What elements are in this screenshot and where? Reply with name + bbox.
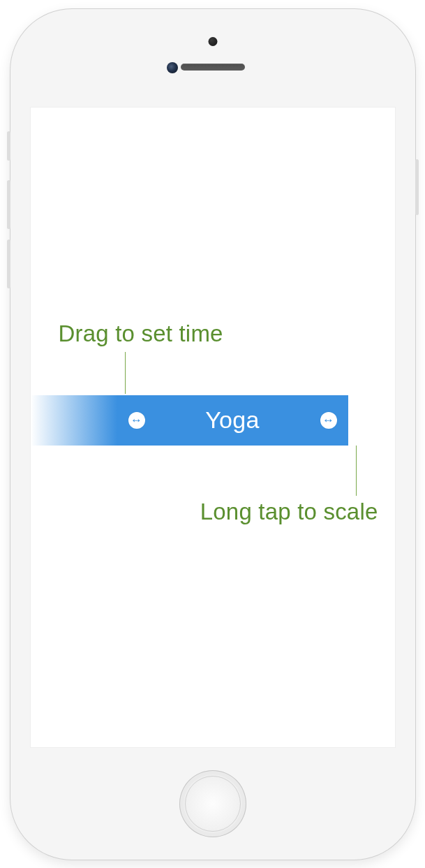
event-bar-body[interactable]: ↔ Yoga ↔ bbox=[117, 395, 348, 446]
resize-arrows-icon: ↔ bbox=[131, 414, 142, 426]
volume-up-button bbox=[7, 180, 10, 229]
volume-down-button bbox=[7, 240, 10, 288]
connector-bottom-icon bbox=[356, 446, 357, 496]
mute-switch bbox=[7, 131, 10, 161]
hint-scale-label: Long tap to scale bbox=[200, 499, 378, 525]
event-title: Yoga bbox=[145, 406, 320, 434]
home-button[interactable] bbox=[179, 770, 246, 837]
front-camera-icon bbox=[167, 62, 178, 73]
power-button bbox=[415, 159, 419, 215]
left-resize-handle[interactable]: ↔ bbox=[128, 412, 145, 429]
resize-arrows-icon: ↔ bbox=[322, 414, 334, 426]
top-sensor-icon bbox=[208, 37, 217, 46]
screen: Drag to set time ↔ Yoga ↔ Long tap to sc… bbox=[30, 107, 396, 748]
earpiece-speaker-icon bbox=[181, 64, 245, 71]
right-resize-handle[interactable]: ↔ bbox=[320, 412, 337, 429]
phone-frame: Drag to set time ↔ Yoga ↔ Long tap to sc… bbox=[10, 9, 415, 860]
event-bar-fade bbox=[31, 395, 117, 446]
connector-top-icon bbox=[125, 352, 126, 394]
event-bar[interactable]: ↔ Yoga ↔ bbox=[31, 395, 348, 446]
hint-drag-label: Drag to set time bbox=[59, 321, 223, 347]
